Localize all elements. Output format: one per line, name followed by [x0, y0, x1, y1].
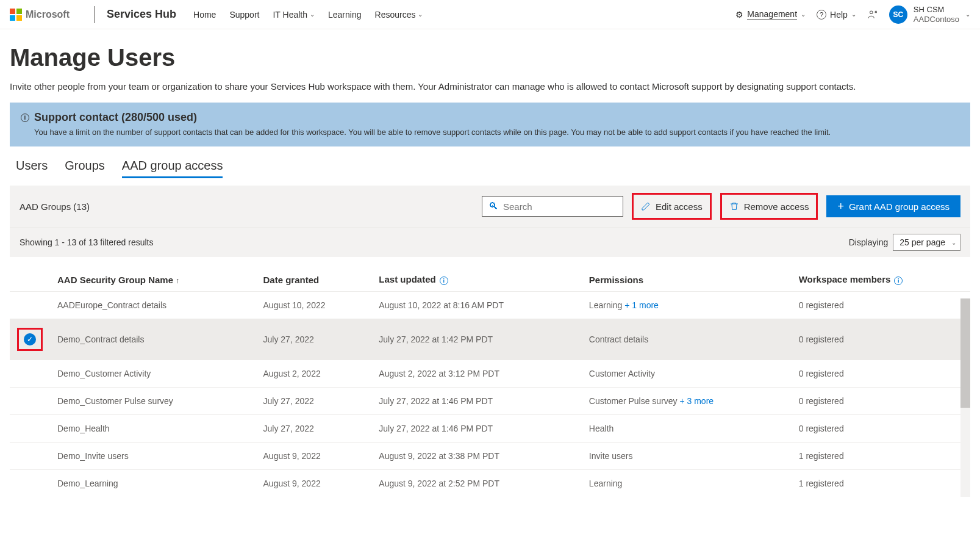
person-notify-icon: [867, 9, 878, 20]
search-box[interactable]: 🔍︎: [482, 196, 623, 217]
per-page-value: 25 per page: [900, 237, 945, 247]
notifications-button[interactable]: [867, 9, 878, 20]
table-row[interactable]: Demo_Customer Pulse surveyJuly 27, 2022J…: [10, 388, 970, 415]
column-checkbox: [10, 268, 50, 292]
column-members[interactable]: Workspace membersi: [792, 268, 970, 292]
nav-support[interactable]: Support: [229, 10, 259, 20]
results-count: Showing 1 - 13 of 13 filtered results: [20, 237, 153, 247]
info-banner-title: i Support contact (280/500 used): [21, 111, 959, 124]
row-checkbox-cell[interactable]: [10, 292, 50, 319]
column-name[interactable]: AAD Security Group Name↑: [50, 268, 256, 292]
row-checkbox-cell[interactable]: [10, 388, 50, 415]
row-checkbox-cell[interactable]: ✓: [10, 319, 50, 360]
row-checkbox-cell[interactable]: [10, 360, 50, 388]
header-right: ⚙ Management ⌄ ? Help ⌄ SC SH CSM AADCon…: [735, 5, 970, 24]
row-date-granted: August 10, 2022: [256, 292, 372, 319]
row-group-name[interactable]: Demo_Customer Pulse survey: [50, 388, 256, 415]
filter-bar: Showing 1 - 13 of 13 filtered results Di…: [10, 227, 970, 257]
management-label: Management: [747, 9, 797, 20]
row-selected-highlight: ✓: [17, 328, 43, 351]
table-row[interactable]: Demo_Customer ActivityAugust 2, 2022Augu…: [10, 360, 970, 388]
groups-table: AAD Security Group Name↑ Date granted La…: [10, 268, 970, 497]
table-row[interactable]: ✓Demo_Contract detailsJuly 27, 2022July …: [10, 319, 970, 360]
row-checkbox-cell[interactable]: [10, 415, 50, 443]
row-last-updated: July 27, 2022 at 1:46 PM PDT: [371, 388, 582, 415]
sort-ascending-icon: ↑: [176, 276, 179, 285]
row-group-name[interactable]: Demo_Health: [50, 415, 256, 443]
info-icon[interactable]: i: [440, 276, 448, 285]
column-updated[interactable]: Last updatedi: [371, 268, 582, 292]
column-date[interactable]: Date granted: [256, 268, 372, 292]
scrollbar[interactable]: [960, 298, 970, 497]
table-row[interactable]: AADEurope_Contract detailsAugust 10, 202…: [10, 292, 970, 319]
edit-access-button[interactable]: Edit access: [635, 196, 709, 217]
tabs: Users Groups AAD group access: [10, 159, 970, 178]
tab-aad-group-access[interactable]: AAD group access: [122, 159, 223, 178]
row-permissions: Contract details: [582, 319, 792, 360]
plus-icon: +: [837, 200, 844, 213]
more-permissions-link[interactable]: + 1 more: [622, 300, 659, 310]
row-permissions: Invite users: [582, 443, 792, 470]
chevron-down-icon: ⌄: [851, 11, 856, 18]
tab-groups[interactable]: Groups: [65, 159, 105, 178]
nav-learning[interactable]: Learning: [328, 10, 362, 20]
chevron-down-icon: ⌄: [801, 11, 806, 18]
gear-icon: ⚙: [735, 10, 743, 20]
table-row[interactable]: Demo_Invite usersAugust 9, 2022August 9,…: [10, 443, 970, 470]
management-menu[interactable]: ⚙ Management ⌄: [735, 9, 806, 20]
row-checkbox-cell[interactable]: [10, 470, 50, 497]
row-group-name[interactable]: AADEurope_Contract details: [50, 292, 256, 319]
row-group-name[interactable]: Demo_Learning: [50, 470, 256, 497]
row-date-granted: July 27, 2022: [256, 415, 372, 443]
more-permissions-link[interactable]: + 3 more: [678, 396, 714, 406]
column-updated-label: Last updated: [379, 274, 435, 284]
row-group-name[interactable]: Demo_Invite users: [50, 443, 256, 470]
row-permissions: Health: [582, 415, 792, 443]
search-input[interactable]: [503, 201, 617, 212]
pencil-icon: [641, 201, 651, 211]
row-workspace-members: 0 registered: [792, 388, 970, 415]
grant-access-button[interactable]: + Grant AAD group access: [826, 195, 960, 217]
user-menu[interactable]: SC SH CSM AADContoso ⌄: [889, 5, 970, 24]
table-row[interactable]: Demo_LearningAugust 9, 2022August 9, 202…: [10, 470, 970, 497]
column-permissions[interactable]: Permissions: [582, 268, 792, 292]
page-subtitle: Invite other people from your team or or…: [10, 81, 970, 92]
row-workspace-members: 0 registered: [792, 292, 970, 319]
microsoft-logo[interactable]: Microsoft: [10, 9, 70, 21]
scrollbar-thumb[interactable]: [960, 298, 970, 408]
row-checkbox-cell[interactable]: [10, 443, 50, 470]
header-divider: [94, 6, 95, 23]
row-group-name[interactable]: Demo_Customer Activity: [50, 360, 256, 388]
per-page-select[interactable]: 25 per page ⌄: [893, 234, 960, 251]
displaying-label: Displaying: [849, 237, 889, 247]
nav-home[interactable]: Home: [193, 10, 216, 20]
page-title: Manage Users: [10, 44, 970, 71]
table-row[interactable]: Demo_HealthJuly 27, 2022July 27, 2022 at…: [10, 415, 970, 443]
row-permissions: Customer Pulse survey + 3 more: [582, 388, 792, 415]
row-permissions: Learning + 1 more: [582, 292, 792, 319]
pagination-controls: Displaying 25 per page ⌄: [849, 234, 960, 251]
search-icon: 🔍︎: [488, 201, 498, 212]
page-content: Manage Users Invite other people from yo…: [0, 29, 980, 497]
row-last-updated: August 9, 2022 at 3:38 PM PDT: [371, 443, 582, 470]
tab-users[interactable]: Users: [16, 159, 48, 178]
nav-it-health[interactable]: IT Health⌄: [273, 10, 315, 20]
row-workspace-members: 0 registered: [792, 319, 970, 360]
table-wrap: AAD Security Group Name↑ Date granted La…: [10, 268, 970, 497]
info-icon[interactable]: i: [894, 276, 903, 285]
remove-access-button[interactable]: Remove access: [723, 196, 815, 217]
remove-access-highlight: Remove access: [720, 193, 818, 220]
info-banner: i Support contact (280/500 used) You hav…: [10, 103, 970, 146]
nav-it-health-label: IT Health: [273, 10, 307, 20]
microsoft-logo-text: Microsoft: [26, 9, 70, 20]
user-name: SH CSM: [914, 5, 959, 15]
app-name[interactable]: Services Hub: [107, 8, 176, 21]
row-last-updated: July 27, 2022 at 1:46 PM PDT: [371, 415, 582, 443]
nav-resources[interactable]: Resources⌄: [375, 10, 423, 20]
help-menu[interactable]: ? Help ⌄: [817, 10, 856, 20]
chevron-down-icon: ⌄: [418, 11, 423, 18]
row-group-name[interactable]: Demo_Contract details: [50, 319, 256, 360]
help-icon: ?: [817, 10, 826, 20]
row-date-granted: July 27, 2022: [256, 388, 372, 415]
row-last-updated: August 10, 2022 at 8:16 AM PDT: [371, 292, 582, 319]
